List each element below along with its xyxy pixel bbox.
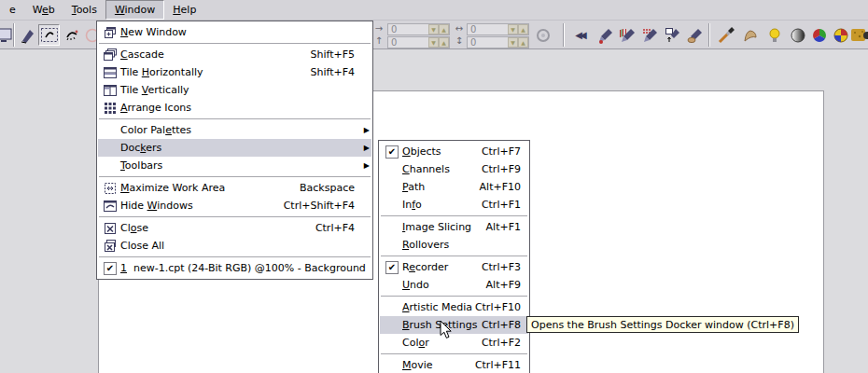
brush-hand-icon[interactable] (684, 24, 706, 46)
menu-item-document-1[interactable]: ✔ 1 new-1.cpt (24-Bit RGB) @100% - Backg… (98, 259, 371, 277)
art-claw-icon[interactable] (739, 24, 761, 46)
submenu-item-image-slicing[interactable]: Image Slicing Alt+F1 (380, 218, 528, 236)
shortcut: Ctrl+F7 (482, 145, 526, 158)
menu-partial[interactable]: e (1, 0, 24, 20)
menu-item-arrange-icons[interactable]: Arrange Icons (98, 99, 371, 117)
brush-flag-icon[interactable] (662, 24, 683, 46)
width-spinner[interactable]: 0 ▼▲ (467, 23, 529, 35)
menu-item-label: Movie (402, 359, 433, 371)
menu-item-cascade[interactable]: Cascade Shift+F5 (98, 46, 371, 63)
maximize-work-area-icon (100, 182, 120, 195)
glasses-icon[interactable] (861, 24, 868, 46)
shortcut: Alt+F1 (486, 221, 526, 233)
menu-item-hide-windows[interactable]: Hide Windows Ctrl+Shift+F4 (98, 197, 371, 214)
menu-item-color-palettes[interactable]: Color Palettes ▶ (98, 121, 371, 139)
shortcut: Ctrl+F11 (475, 359, 526, 371)
menu-item-maximize-work-area[interactable]: Maximize Work Area Backspace (98, 179, 371, 197)
menu-separator (381, 353, 527, 354)
submenu-item-rollovers[interactable]: Rollovers (380, 236, 528, 254)
close-window-icon (100, 222, 120, 235)
menu-item-label: Color Palettes (120, 124, 191, 136)
selection-marquee-icon[interactable] (38, 24, 60, 46)
position-y-spinner[interactable]: 0 ▼▲ (387, 36, 450, 48)
window-menu: New Window Cascade Shift+F5 Tile Horizon… (96, 21, 373, 280)
close-all-icon (100, 240, 120, 253)
toolbar-separator (708, 23, 710, 47)
shortcut: Ctrl+F8 (482, 319, 526, 331)
property-bar: → ↑ 0 ▼▲ 0 ▼▲ ↔ ↕ 0 ▼▲ 0 ▼▲ ◀◀ (372, 21, 596, 49)
shortcut: Backspace (300, 182, 360, 194)
submenu-arrow-icon: ▶ (360, 126, 370, 134)
shortcut: Ctrl+F4 (315, 222, 360, 234)
submenu-item-undo[interactable]: Undo Alt+F9 (380, 276, 528, 294)
shortcut: Shift+F5 (310, 48, 360, 61)
submenu-item-objects[interactable]: ✔ Objects Ctrl+F7 (380, 143, 528, 160)
submenu-item-recorder[interactable]: ✔ Recorder Ctrl+F3 (380, 258, 528, 276)
menu-item-new-window[interactable]: New Window (98, 23, 371, 41)
menu-item-label: Tile Horizontally (120, 66, 203, 78)
shortcut: Ctrl+F2 (482, 337, 526, 349)
menu-item-label: Dockers (120, 142, 161, 154)
shortcut: Alt+F9 (486, 279, 526, 291)
menu-item-close[interactable]: Close Ctrl+F4 (98, 219, 371, 237)
menu-item-label: Info (402, 199, 422, 211)
menu-item-close-all[interactable]: Close All (98, 237, 371, 255)
color-wheel-icon[interactable] (808, 24, 830, 46)
tile-vertical-icon (100, 84, 120, 97)
menu-separator (99, 118, 371, 119)
shortcut: Ctrl+F1 (482, 199, 526, 211)
position-x-spinner[interactable]: 0 ▼▲ (387, 23, 450, 35)
spin-up-icon[interactable]: ▲ (518, 24, 528, 35)
check-icon: ✔ (104, 262, 117, 275)
spin-up-icon[interactable]: ▲ (439, 37, 449, 48)
menu-item-dockers[interactable]: Dockers ▶ (98, 139, 371, 157)
brush-stripes-icon[interactable] (617, 24, 638, 46)
submenu-item-movie[interactable]: Movie Ctrl+F11 (380, 356, 528, 373)
hide-windows-icon (100, 200, 120, 213)
menu-item-tile-horizontally[interactable]: Tile Horizontally Shift+F4 (98, 63, 371, 81)
size-width-icon: ↔ (453, 22, 466, 35)
menu-item-label: Toolbars (120, 159, 162, 172)
check-icon: ✔ (385, 261, 399, 274)
spin-down-icon[interactable]: ▼ (428, 37, 439, 48)
menu-item-label: Maximize Work Area (120, 182, 225, 194)
menu-help[interactable]: Help (164, 0, 204, 20)
brush-dots-icon[interactable] (639, 24, 661, 46)
menu-tools[interactable]: Tools (63, 0, 105, 20)
mouse-cursor-icon (440, 320, 455, 341)
submenu-arrow-icon: ▶ (360, 144, 370, 152)
menu-window[interactable]: Window (105, 0, 164, 20)
spin-down-icon[interactable]: ▼ (428, 24, 439, 35)
shortcut: Alt+F10 (480, 181, 526, 193)
lightbulb-icon[interactable] (763, 24, 785, 46)
menu-separator (99, 176, 371, 177)
spin-up-icon[interactable]: ▲ (439, 24, 449, 35)
menu-web[interactable]: Web (24, 0, 63, 20)
toolbar-separator (13, 23, 15, 47)
submenu-item-channels[interactable]: Channels Ctrl+F9 (380, 160, 528, 178)
menu-item-toolbars[interactable]: Toolbars ▶ (98, 157, 371, 174)
tooltip: Opens the Brush Settings Docker window (… (526, 316, 799, 333)
height-spinner[interactable]: 0 ▼▲ (467, 36, 529, 48)
rewind-icon[interactable]: ◀◀ (568, 24, 591, 46)
size-height-icon: ↕ (453, 35, 466, 47)
spin-down-icon[interactable]: ▼ (508, 37, 518, 48)
shortcut: Shift+F4 (310, 66, 360, 78)
selection-eye-icon[interactable] (61, 24, 82, 46)
contrast-sphere-icon[interactable] (787, 24, 808, 46)
menu-separator (99, 43, 371, 44)
new-window-icon (100, 26, 120, 39)
submenu-item-artistic-media[interactable]: Artistic Media Ctrl+F10 (380, 298, 528, 316)
monitor-icon[interactable] (0, 24, 14, 46)
submenu-item-path[interactable]: Path Alt+F10 (380, 178, 528, 196)
shortcut: Ctrl+F9 (482, 163, 526, 175)
toolbar-separator (563, 23, 565, 47)
pen-tool-icon[interactable] (17, 24, 38, 46)
brush-drop-icon[interactable] (595, 24, 616, 46)
menu-separator (381, 256, 527, 256)
submenu-item-info[interactable]: Info Ctrl+F1 (380, 196, 528, 214)
menu-item-tile-vertically[interactable]: Tile Vertically (98, 81, 371, 99)
paintbrush-icon[interactable] (715, 24, 736, 46)
spin-down-icon[interactable]: ▼ (508, 24, 518, 35)
spin-up-icon[interactable]: ▲ (518, 37, 528, 48)
